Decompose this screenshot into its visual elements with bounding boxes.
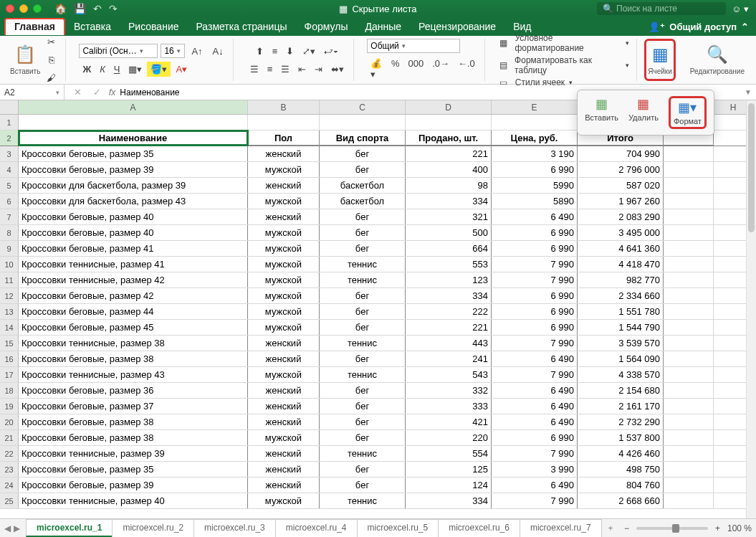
cell[interactable]: Кроссовки беговые, размер 38 [19, 430, 248, 445]
col-header-A[interactable]: A [19, 100, 248, 114]
find-icon[interactable]: 🔍 [707, 44, 728, 65]
row-header[interactable]: 15 [0, 336, 19, 351]
table-row[interactable]: 13Кроссовки беговые, размер 44мужскойбег… [0, 304, 756, 320]
cell[interactable]: бег [320, 477, 406, 493]
cell[interactable]: 7 990 [492, 446, 578, 461]
bold-button[interactable]: Ж [79, 62, 95, 77]
cell[interactable]: женский [248, 336, 320, 351]
redo-icon[interactable]: ↷ [109, 3, 118, 14]
cell-styles-button[interactable]: ▭Стили ячеек▾ [498, 77, 631, 88]
row-header[interactable]: 14 [0, 320, 19, 335]
cell[interactable]: Кроссовки беговые, размер 38 [19, 351, 248, 366]
cell[interactable]: Кроссовки беговые, размер 35 [19, 146, 248, 161]
tab-formulas[interactable]: Формулы [296, 19, 357, 34]
cell[interactable]: 7 990 [492, 367, 578, 382]
collapse-ribbon-icon[interactable]: ⌃ [741, 22, 749, 32]
cell[interactable]: женский [248, 477, 320, 493]
add-sheet-button[interactable]: + [601, 521, 621, 536]
align-left-icon[interactable]: ☰ [247, 62, 262, 77]
cell[interactable]: бег [320, 320, 406, 335]
table-row[interactable]: 22Кроссовки теннисные, размер 39женскийт… [0, 446, 756, 462]
cell[interactable]: мужской [248, 162, 320, 177]
cell[interactable]: 4 641 360 [578, 241, 664, 256]
table-row[interactable]: 20Кроссовки беговые, размер 38женскийбег… [0, 414, 756, 430]
cell[interactable]: Кроссовки теннисные, размер 41 [19, 257, 248, 272]
cell[interactable]: 6 490 [492, 209, 578, 224]
decrease-indent-icon[interactable]: ⇤ [295, 62, 310, 77]
increase-indent-icon[interactable]: ⇥ [311, 62, 326, 77]
popup-format[interactable]: ▦▾ Формат [669, 96, 707, 129]
cut-icon[interactable]: ✂ [44, 34, 59, 49]
cell[interactable]: 98 [406, 178, 492, 193]
cell[interactable]: бег [320, 399, 406, 414]
fill-color-button[interactable]: 🪣▾ [147, 62, 171, 77]
header-cell[interactable]: Вид спорта [320, 130, 406, 146]
select-all-corner[interactable] [0, 100, 19, 114]
cell[interactable]: 554 [406, 446, 492, 461]
cell[interactable]: Кроссовки беговые, размер 41 [19, 241, 248, 256]
tab-review[interactable]: Рецензирование [410, 19, 504, 34]
cell[interactable]: Кроссовки теннисные, размер 42 [19, 272, 248, 287]
header-cell[interactable]: Цена, руб. [492, 130, 578, 146]
table-row[interactable]: 25Кроссовки теннисные, размер 40мужскойт… [0, 493, 756, 509]
row-header[interactable]: 13 [0, 304, 19, 319]
row-header[interactable]: 24 [0, 477, 19, 493]
cell[interactable]: Кроссовки теннисные, размер 43 [19, 367, 248, 382]
table-row[interactable]: 17Кроссовки теннисные, размер 43мужскойт… [0, 367, 756, 383]
formula-input[interactable]: Наименование [120, 87, 179, 98]
tab-home[interactable]: Главная [4, 18, 65, 35]
cell[interactable]: 220 [406, 430, 492, 445]
percent-icon[interactable]: % [388, 56, 403, 82]
cell[interactable]: Кроссовки беговые, размер 44 [19, 304, 248, 319]
popup-delete[interactable]: ▦ Удалить [628, 96, 659, 129]
undo-icon[interactable]: ↶ [93, 3, 102, 14]
cell[interactable]: мужской [248, 241, 320, 256]
orientation-icon[interactable]: ⤢▾ [299, 44, 319, 59]
table-row[interactable]: 14Кроссовки беговые, размер 45мужскойбег… [0, 320, 756, 336]
expand-formula-icon[interactable]: ▼ [740, 88, 756, 96]
grid[interactable]: 12НаименованиеПолВид спортаПродано, шт.Ц… [0, 115, 756, 518]
copy-icon[interactable]: ⎘ [45, 52, 58, 67]
sheet-tab[interactable]: microexcel.ru_7 [520, 519, 602, 537]
cell[interactable]: Кроссовки теннисные, размер 40 [19, 493, 248, 508]
cell[interactable]: 421 [406, 414, 492, 429]
cell[interactable]: женский [248, 178, 320, 193]
cell[interactable]: 7 990 [492, 257, 578, 272]
cell[interactable]: 6 990 [492, 320, 578, 335]
zoom-value[interactable]: 100 % [727, 523, 752, 533]
align-right-icon[interactable]: ☰ [277, 62, 293, 77]
cell[interactable]: Кроссовки беговые, размер 45 [19, 320, 248, 335]
decrease-font-icon[interactable]: A↓ [209, 44, 227, 59]
zoom-slider[interactable] [636, 527, 708, 530]
table-row[interactable]: 19Кроссовки беговые, размер 37женскийбег… [0, 399, 756, 414]
cell[interactable]: мужской [248, 304, 320, 319]
wrap-text-icon[interactable]: ⮐▾ [320, 44, 342, 59]
cell[interactable]: бег [320, 462, 406, 477]
table-row[interactable]: 23Кроссовки беговые, размер 35женскийбег… [0, 462, 756, 477]
search-box[interactable]: 🔍 Поиск на листе [597, 2, 726, 15]
row-header[interactable]: 20 [0, 414, 19, 429]
cell[interactable]: 222 [406, 304, 492, 319]
sheet-tab[interactable]: microexcel.ru_4 [275, 519, 358, 537]
border-button[interactable]: ▦▾ [125, 62, 145, 77]
home-icon[interactable]: 🏠 [54, 3, 67, 14]
cell[interactable]: 443 [406, 336, 492, 351]
cell[interactable]: теннис [320, 367, 406, 382]
header-cell[interactable]: Продано, шт. [406, 130, 492, 146]
cell[interactable]: 6 490 [492, 399, 578, 414]
cell[interactable]: бег [320, 414, 406, 429]
table-row[interactable]: 16Кроссовки беговые, размер 38женскийбег… [0, 351, 756, 367]
cell[interactable]: Кроссовки беговые, размер 37 [19, 399, 248, 414]
cell[interactable]: теннис [320, 446, 406, 461]
cell[interactable]: 1 551 780 [578, 304, 664, 319]
table-row[interactable]: 7Кроссовки беговые, размер 40женскийбег3… [0, 209, 756, 225]
table-row[interactable]: 9Кроссовки беговые, размер 41мужскойбег6… [0, 241, 756, 257]
row-header[interactable]: 7 [0, 209, 19, 224]
row-header[interactable]: 3 [0, 146, 19, 161]
cell[interactable]: 3 539 570 [578, 336, 664, 351]
tab-data[interactable]: Данные [356, 19, 410, 34]
maximize-window[interactable] [33, 4, 42, 13]
cell[interactable]: 543 [406, 367, 492, 382]
close-window[interactable] [6, 4, 14, 13]
row-header[interactable]: 8 [0, 225, 19, 240]
